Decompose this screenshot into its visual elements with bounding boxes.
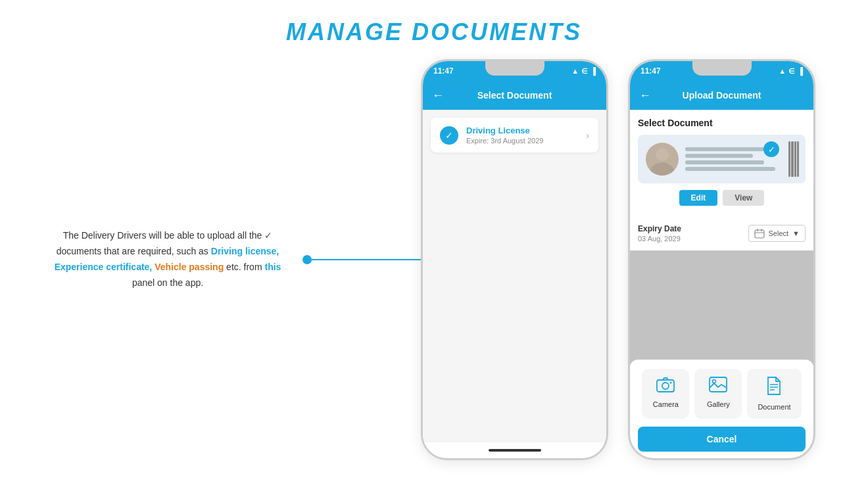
description-this: this — [264, 262, 281, 272]
document-label: Document — [758, 403, 790, 411]
camera-option[interactable]: Camera — [642, 369, 689, 419]
gallery-label: Gallery — [707, 400, 730, 408]
barcode-line-1 — [788, 141, 790, 177]
back-button-1[interactable]: ← — [432, 89, 444, 103]
battery-icon-2: ▐ — [798, 67, 803, 75]
phone2-body: Select Document — [630, 110, 813, 458]
phone-select-document: 11:47 ▲ ∈ ▐ ← Select Document ✓ Driving … — [421, 59, 608, 460]
svg-point-8 — [670, 382, 672, 384]
description-text: The Delivery Drivers will be able to upl… — [55, 230, 281, 287]
license-line-1 — [685, 147, 775, 151]
home-indicator-1 — [489, 449, 541, 452]
description-exp: Experience certificate, — [55, 262, 153, 272]
phones-area: 11:47 ▲ ∈ ▐ ← Select Document ✓ Driving … — [421, 59, 815, 460]
description-normal4: etc. from — [226, 262, 264, 272]
description-driving: Driving license, — [211, 246, 279, 256]
back-button-2[interactable]: ← — [639, 89, 651, 103]
calendar-icon — [754, 228, 765, 239]
document-option[interactable]: Document — [747, 369, 801, 419]
expiry-date-value: 03 Aug, 2029 — [638, 235, 681, 243]
status-time-2: 11:47 — [640, 66, 661, 76]
license-line-3 — [685, 160, 764, 164]
expiry-section: Expiry Date 03 Aug, 2029 Select ▼ — [630, 216, 813, 250]
license-line-2 — [685, 154, 753, 158]
phone2-header-title: Upload Document — [683, 90, 761, 101]
connector-dot — [302, 255, 312, 264]
cancel-button[interactable]: Cancel — [638, 427, 806, 452]
status-time-1: 11:47 — [433, 66, 454, 76]
phone1-header: ← Select Document — [423, 81, 606, 110]
license-line-4 — [685, 167, 775, 171]
camera-icon — [656, 377, 675, 396]
svg-rect-2 — [755, 230, 764, 238]
license-info-lines — [685, 147, 798, 171]
connector — [302, 255, 421, 264]
upload-section: Select Document — [630, 110, 813, 216]
barcode-line-4 — [797, 141, 799, 177]
expiry-select-dropdown[interactable]: Select ▼ — [748, 225, 806, 242]
gallery-icon — [709, 377, 727, 396]
license-check-badge: ✓ — [763, 141, 779, 157]
status-icons-1: ▲ ∈ ▐ — [571, 67, 596, 76]
chevron-right-icon: › — [586, 130, 589, 141]
expiry-row: Expiry Date 03 Aug, 2029 Select ▼ — [638, 224, 806, 243]
license-card: ✓ — [638, 135, 806, 183]
phone2-header: ← Upload Document — [630, 81, 813, 110]
wifi-icon-2: ∈ — [788, 67, 795, 76]
barcode-line-3 — [794, 141, 796, 177]
description-panel: panel on the app. — [132, 277, 203, 288]
wifi-icon: ∈ — [581, 67, 588, 76]
svg-point-1 — [656, 148, 669, 161]
document-check-icon: ✓ — [440, 126, 458, 145]
svg-rect-6 — [657, 380, 674, 392]
document-name: Driving License — [466, 126, 586, 135]
barcode-line-2 — [791, 141, 793, 177]
document-expire: Expire: 3rd August 2029 — [466, 137, 586, 145]
edit-button[interactable]: Edit — [679, 190, 718, 206]
edit-view-buttons: Edit View — [638, 190, 806, 206]
page-title: MANAGE DOCUMENTS — [286, 18, 582, 46]
barcode — [788, 141, 799, 177]
license-avatar — [646, 143, 679, 176]
view-button[interactable]: View — [723, 190, 764, 206]
check-circle-icon: ✓ — [264, 228, 272, 244]
document-info: Driving License Expire: 3rd August 2029 — [466, 126, 586, 145]
description-vehicle: Vehicle passing — [155, 262, 224, 272]
select-doc-title: Select Document — [638, 118, 806, 128]
gray-overlay: Camera — [630, 250, 813, 458]
phone1-header-title: Select Document — [477, 90, 552, 101]
connector-line — [312, 259, 421, 260]
camera-label: Camera — [653, 400, 679, 408]
signal-icon-2: ▲ — [779, 67, 786, 75]
document-list-item[interactable]: ✓ Driving License Expire: 3rd August 202… — [431, 118, 598, 153]
dropdown-arrow-icon: ▼ — [792, 229, 800, 237]
phone-notch — [485, 61, 544, 76]
battery-icon: ▐ — [591, 67, 596, 75]
bottom-sheet: Camera — [630, 360, 813, 458]
svg-point-0 — [649, 162, 675, 176]
expiry-date-label: Expiry Date — [638, 224, 681, 233]
expiry-info: Expiry Date 03 Aug, 2029 — [638, 224, 681, 243]
signal-icon: ▲ — [571, 67, 579, 75]
status-icons-2: ▲ ∈ ▐ — [779, 67, 803, 76]
sheet-options: Camera — [638, 369, 806, 419]
phone-upload-document: 11:47 ▲ ∈ ▐ ← Upload Document Select Doc… — [628, 59, 815, 460]
description-block: The Delivery Drivers will be able to upl… — [53, 228, 302, 291]
document-icon — [767, 377, 781, 399]
description-normal2: documents that are required, such as — [57, 246, 211, 256]
gallery-option[interactable]: Gallery — [694, 369, 742, 419]
phone2-notch — [692, 61, 752, 76]
phone1-body: ✓ Driving License Expire: 3rd August 202… — [423, 110, 606, 442]
select-label: Select — [769, 229, 789, 237]
phone1-bottom-bar — [423, 442, 606, 458]
svg-point-7 — [662, 383, 669, 389]
